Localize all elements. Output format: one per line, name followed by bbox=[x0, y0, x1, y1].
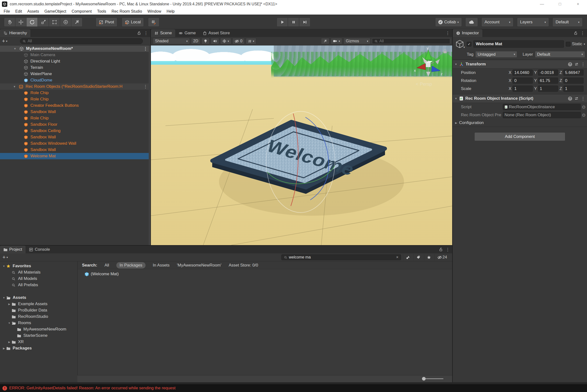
project-search-input[interactable]: welcome ma × bbox=[281, 254, 401, 260]
layout-dropdown[interactable]: Default ▾ bbox=[552, 18, 582, 27]
hierarchy-item[interactable]: Role Chip bbox=[0, 115, 150, 121]
project-tree-item[interactable]: ▼Favorites bbox=[0, 263, 77, 269]
layers-dropdown[interactable]: Layers ▾ bbox=[517, 18, 549, 27]
search-filter-chip[interactable]: In Assets bbox=[153, 263, 170, 268]
menu-rec-room-studio[interactable]: Rec Room Studio bbox=[109, 9, 145, 14]
project-tree-item[interactable]: MyAwesomeNewRoom bbox=[0, 326, 77, 332]
hierarchy-item[interactable]: Role Chip bbox=[0, 96, 150, 102]
effects-dropdown[interactable]: ▾ bbox=[220, 38, 231, 44]
hierarchy-item[interactable]: Role Chip bbox=[0, 90, 150, 96]
step-button[interactable] bbox=[299, 18, 311, 27]
project-tree-item[interactable]: All Materials bbox=[0, 269, 77, 276]
project-tree-item[interactable]: ▼Assets bbox=[0, 294, 77, 301]
expander-icon[interactable]: ▶ bbox=[455, 121, 457, 124]
hierarchy-item[interactable]: Directional Light bbox=[0, 58, 150, 64]
local-toggle-button[interactable]: Local bbox=[122, 18, 144, 27]
search-filter-chip[interactable]: Asset Store: 0/0 bbox=[229, 263, 258, 268]
tab-scene[interactable]: Scene bbox=[151, 29, 175, 37]
rec-room-object-field[interactable]: None (Rec Room Object) bbox=[503, 112, 581, 118]
scene-tools-button[interactable] bbox=[321, 38, 329, 44]
kebab-menu-icon[interactable]: ⋮ bbox=[143, 46, 147, 51]
rro-component-header[interactable]: ▼ # Rec Room Object Instance (Script) ? … bbox=[453, 94, 587, 103]
move-tool-button[interactable] bbox=[15, 18, 27, 27]
hierarchy-item[interactable]: Main Camera bbox=[0, 52, 150, 58]
position-x-field[interactable]: 14.0460 bbox=[512, 70, 532, 76]
persp-toggle[interactable]: < Persp bbox=[416, 82, 432, 87]
hand-tool-button[interactable] bbox=[4, 18, 15, 27]
orientation-gizmo[interactable]: y x z bbox=[413, 47, 444, 81]
layer-dropdown[interactable]: Default▾ bbox=[535, 51, 585, 58]
search-filter-chip[interactable]: All bbox=[104, 263, 109, 268]
scene-visibility-button[interactable]: 0 bbox=[232, 38, 245, 44]
kebab-menu-icon[interactable]: ⋮ bbox=[581, 96, 585, 101]
object-picker-icon[interactable]: ⊙ bbox=[582, 112, 585, 118]
project-tree-item[interactable]: ▶XR bbox=[0, 339, 77, 345]
tab-game[interactable]: Game bbox=[175, 29, 199, 37]
menu-file[interactable]: File bbox=[1, 9, 13, 14]
scale-z-field[interactable]: 1 bbox=[563, 86, 583, 92]
scene-search-input[interactable]: All bbox=[372, 38, 450, 44]
audio-toggle-button[interactable] bbox=[211, 38, 219, 44]
project-tree-item[interactable]: ProBuilder Data bbox=[0, 307, 77, 314]
transform-tool-button[interactable] bbox=[60, 18, 71, 27]
account-dropdown[interactable]: Account ▾ bbox=[481, 18, 513, 27]
static-checkbox[interactable] bbox=[566, 42, 570, 46]
lock-icon[interactable] bbox=[137, 31, 141, 35]
hierarchy-item[interactable]: Creator Feedback Buttons bbox=[0, 102, 150, 109]
expander-icon[interactable]: ▼ bbox=[13, 85, 16, 88]
menu-component[interactable]: Component bbox=[69, 9, 94, 14]
hierarchy-item[interactable]: Welcome Mat bbox=[0, 153, 150, 159]
tab-hierarchy[interactable]: Hierarchy bbox=[0, 29, 31, 37]
menu-help[interactable]: Help bbox=[164, 9, 177, 14]
menu-gameobject[interactable]: GameObject bbox=[42, 9, 69, 14]
collab-button[interactable]: ✓ Collab ▾ bbox=[435, 18, 462, 27]
project-tree-item[interactable]: ▼Rooms bbox=[0, 320, 77, 326]
tab-project[interactable]: Project bbox=[0, 246, 26, 254]
gizmos-dropdown[interactable]: Gizmos ▾ bbox=[344, 38, 370, 44]
search-result-item[interactable]: (Welcome Mat) bbox=[78, 269, 452, 276]
kebab-menu-icon[interactable]: ⋮ bbox=[143, 84, 147, 89]
transform-component-header[interactable]: ▼ Transform ? ⋮ bbox=[453, 60, 587, 68]
expander-icon[interactable]: ▼ bbox=[455, 97, 457, 100]
menu-window[interactable]: Window bbox=[145, 9, 164, 14]
create-object-button[interactable]: +▾ bbox=[2, 39, 7, 44]
shading-mode-dropdown[interactable]: Shaded ▾ bbox=[153, 38, 190, 44]
expander-icon[interactable]: ▼ bbox=[7, 322, 12, 324]
lock-icon[interactable] bbox=[574, 31, 577, 35]
tab-console[interactable]: Console bbox=[26, 246, 53, 254]
expander-icon[interactable]: ▶ bbox=[2, 347, 6, 350]
object-name-field[interactable]: Welcome Mat bbox=[473, 40, 564, 48]
hierarchy-item[interactable]: Sandbox Windowed Wall bbox=[0, 140, 150, 147]
hierarchy-item[interactable]: Sandbox Ceiling bbox=[0, 128, 150, 134]
pause-button[interactable] bbox=[288, 18, 299, 27]
scene-viewport[interactable]: Welcome bbox=[151, 46, 452, 245]
type-filter-icon[interactable] bbox=[403, 254, 413, 260]
rect-tool-button[interactable] bbox=[49, 18, 60, 27]
grid-snap-button[interactable] bbox=[148, 18, 159, 27]
position-y-field[interactable]: -0.0018 bbox=[538, 70, 558, 76]
project-tree-item[interactable]: All Prefabs bbox=[0, 282, 77, 288]
static-toggle[interactable]: Static ▾ bbox=[566, 42, 585, 46]
label-filter-icon[interactable] bbox=[414, 254, 423, 260]
hierarchy-item[interactable]: CloudDome bbox=[0, 77, 150, 84]
project-tree-item[interactable]: StarterScene bbox=[0, 332, 77, 339]
expander-icon[interactable]: ▶ bbox=[7, 341, 12, 343]
tag-dropdown[interactable]: Untagged▾ bbox=[475, 51, 517, 58]
rotate-tool-button[interactable] bbox=[26, 18, 38, 27]
kebab-menu-icon[interactable]: ⋮ bbox=[446, 247, 450, 252]
script-field[interactable]: # RecRoomObjectInstance bbox=[503, 104, 581, 110]
add-component-button[interactable]: Add Component bbox=[474, 132, 565, 141]
menu-edit[interactable]: Edit bbox=[13, 9, 25, 14]
hierarchy-item[interactable]: Terrain bbox=[0, 64, 150, 71]
play-button[interactable] bbox=[277, 18, 288, 27]
scene-grid-dropdown[interactable]: ▾ bbox=[246, 38, 256, 44]
kebab-menu-icon[interactable]: ⋮ bbox=[144, 31, 148, 36]
lock-icon[interactable] bbox=[439, 248, 443, 252]
thumbnail-zoom-slider[interactable] bbox=[422, 378, 443, 379]
kebab-menu-icon[interactable]: ⋮ bbox=[446, 31, 450, 36]
help-icon[interactable]: ? bbox=[568, 96, 572, 101]
gameobject-cube-icon[interactable]: ▾ bbox=[455, 39, 465, 49]
favorites-star-icon[interactable] bbox=[424, 254, 433, 260]
expander-icon[interactable]: ▼ bbox=[2, 296, 6, 299]
hierarchy-scene-row[interactable]: ▼ MyAwesomeNewRoom* ⋮ bbox=[0, 46, 150, 52]
